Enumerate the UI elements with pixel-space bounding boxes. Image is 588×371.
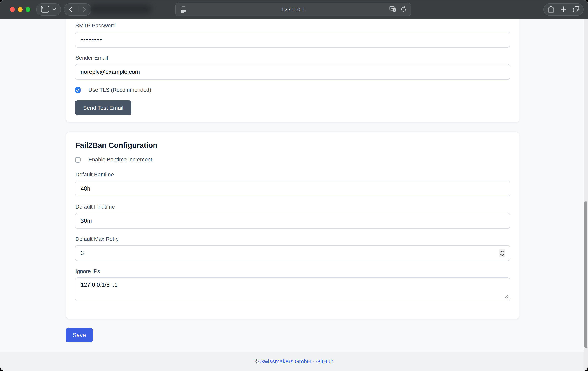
share-icon <box>548 5 554 13</box>
use-tls-checkbox[interactable] <box>75 87 81 93</box>
stepper-up-icon <box>500 250 504 253</box>
number-stepper[interactable] <box>499 249 505 257</box>
page-footer: © Swissmakers GmbH - GitHub <box>0 352 588 371</box>
resize-handle-icon[interactable] <box>504 294 509 300</box>
copyright-symbol: © <box>254 358 259 365</box>
smtp-password-input[interactable] <box>75 32 510 48</box>
translate-icon[interactable]: A文 <box>389 6 397 13</box>
tabs-icon <box>573 6 579 12</box>
default-max-retry-label: Default Max Retry <box>75 236 510 242</box>
fail2ban-title: Fail2Ban Configuration <box>75 141 510 150</box>
new-tab-button[interactable] <box>560 6 566 13</box>
tab-overview-button[interactable] <box>573 6 579 13</box>
sidebar-icon <box>41 6 49 13</box>
enable-bantime-increment-checkbox[interactable] <box>75 157 81 163</box>
fullscreen-button[interactable] <box>26 7 30 12</box>
reload-button[interactable] <box>400 6 407 13</box>
plus-icon <box>560 6 566 12</box>
sender-email-label: Sender Email <box>75 55 510 61</box>
chevron-down-icon <box>52 8 56 11</box>
forward-icon <box>83 7 86 12</box>
company-link[interactable]: Swissmakers GmbH <box>260 358 311 365</box>
reload-icon <box>400 6 407 12</box>
default-max-retry-input[interactable] <box>75 245 510 261</box>
default-findtime-label: Default Findtime <box>75 204 510 210</box>
sender-email-input[interactable] <box>75 64 510 80</box>
smtp-password-label: SMTP Password <box>75 22 510 29</box>
enable-bantime-increment-label: Enable Bantime Increment <box>88 157 152 163</box>
default-findtime-input[interactable] <box>75 213 510 229</box>
scrollbar-thumb[interactable] <box>584 201 588 348</box>
nav-buttons <box>64 3 91 16</box>
back-icon <box>69 7 73 12</box>
github-link[interactable]: GitHub <box>316 358 334 365</box>
svg-text:A: A <box>391 7 393 10</box>
redacted-title-blur <box>90 5 151 13</box>
save-button[interactable]: Save <box>66 328 93 342</box>
svg-text:文: 文 <box>393 9 396 11</box>
minimize-button[interactable] <box>18 7 22 12</box>
default-bantime-input[interactable] <box>75 181 510 196</box>
use-tls-label: Use TLS (Recommended) <box>88 87 151 93</box>
share-button[interactable] <box>548 5 554 14</box>
ignore-ips-label: Ignore IPs <box>75 268 510 274</box>
traffic-lights <box>10 7 30 12</box>
smtp-card: SMTP Password Sender Email Use TLS (Reco… <box>66 19 519 122</box>
url-text[interactable]: 127.0.0.1 <box>176 3 411 16</box>
default-bantime-label: Default Bantime <box>75 171 510 178</box>
checkmark-icon <box>75 87 81 93</box>
scrollbar-track <box>584 19 588 371</box>
back-button[interactable] <box>64 3 77 15</box>
ignore-ips-textarea[interactable]: 127.0.0.1/8 ::1 <box>75 277 510 301</box>
page-content: SMTP Password Sender Email Use TLS (Reco… <box>0 19 588 371</box>
toolbar-right-buttons <box>544 3 584 16</box>
browser-window: 127.0.0.1 A文 <box>0 0 588 371</box>
stepper-down-icon <box>500 254 504 256</box>
footer-separator: - <box>313 358 315 365</box>
url-bar[interactable]: 127.0.0.1 A文 <box>175 3 411 16</box>
browser-toolbar: 127.0.0.1 A文 <box>0 0 588 19</box>
sidebar-toggle-button[interactable] <box>36 3 61 16</box>
close-button[interactable] <box>10 7 15 12</box>
fail2ban-card: Fail2Ban Configuration Enable Bantime In… <box>66 132 519 319</box>
forward-button[interactable] <box>78 3 91 15</box>
send-test-email-button[interactable]: Send Test Email <box>75 100 131 115</box>
